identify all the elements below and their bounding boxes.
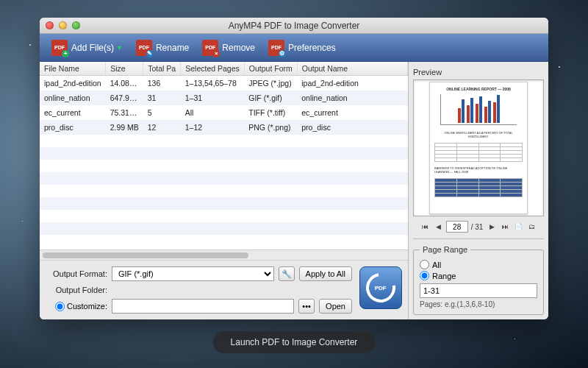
table-row bbox=[40, 172, 408, 185]
titlebar: AnyMP4 PDF to Image Converter bbox=[40, 18, 548, 34]
right-pane: Preview ONLINE LEARNING REPORT — 2008 ON… bbox=[409, 62, 548, 319]
output-format-label: Output Format: bbox=[46, 269, 107, 278]
snapshot-button[interactable]: 📄 bbox=[512, 221, 524, 233]
file-table[interactable]: File Name Size Total Pa Selected Pages O… bbox=[40, 62, 408, 250]
preview-page: ONLINE LEARNING REPORT — 2008 ONLINE ENR… bbox=[429, 82, 528, 214]
range-all-radio[interactable] bbox=[420, 260, 429, 269]
col-size[interactable]: Size bbox=[106, 62, 143, 76]
table-row[interactable]: ec_current75.31…5AllTIFF (*.tiff)ec_curr… bbox=[40, 105, 408, 120]
table-row bbox=[40, 147, 408, 160]
page-range-group: Page Range All Range Pages: e.g.(1,3,6,8… bbox=[413, 245, 544, 315]
window-close-button[interactable] bbox=[46, 21, 54, 29]
launch-button[interactable]: Launch PDF to Image Converter bbox=[213, 331, 376, 353]
customize-radio[interactable] bbox=[55, 302, 65, 311]
snapshot-folder-button[interactable]: 🗂 bbox=[526, 221, 537, 233]
output-format-select[interactable]: GIF (*.gif) bbox=[112, 266, 274, 281]
pager: ⏮ ◀ / 31 ▶ ⏭ 📄 🗂 bbox=[413, 221, 544, 233]
browse-folder-button[interactable]: ••• bbox=[298, 299, 315, 314]
table-row bbox=[40, 222, 408, 235]
table-row bbox=[40, 135, 408, 147]
convert-button[interactable]: PDF bbox=[359, 266, 402, 309]
preferences-button[interactable]: ⚙ Preferences bbox=[262, 37, 342, 59]
pdf-add-icon: + bbox=[51, 40, 68, 56]
output-folder-label: Output Folder: bbox=[46, 286, 107, 294]
add-file-button[interactable]: + Add File(s) ▼ bbox=[46, 37, 129, 59]
toolbar: + Add File(s) ▼ ✎ Rename × Remove ⚙ Pref… bbox=[40, 34, 548, 62]
table-row bbox=[40, 185, 408, 197]
pdf-remove-icon: × bbox=[202, 40, 218, 56]
window-title: AnyMP4 PDF to Image Converter bbox=[40, 21, 548, 31]
window-minimize-button[interactable] bbox=[59, 21, 67, 29]
range-range-label: Range bbox=[432, 272, 456, 280]
format-settings-button[interactable]: 🔧 bbox=[279, 266, 295, 281]
page-last-button[interactable]: ⏭ bbox=[499, 221, 511, 233]
add-file-label: Add File(s) bbox=[71, 43, 114, 53]
range-all-label: All bbox=[432, 261, 441, 269]
range-hint: Pages: e.g.(1,3,6,8-10) bbox=[420, 300, 537, 308]
apply-to-all-button[interactable]: Apply to All bbox=[299, 266, 352, 281]
output-panel: Output Format: GIF (*.gif) 🔧 Apply to Al… bbox=[40, 260, 408, 319]
preview-label: Preview bbox=[413, 68, 544, 77]
preview-box: ONLINE LEARNING REPORT — 2008 ONLINE ENR… bbox=[413, 79, 544, 216]
window-zoom-button[interactable] bbox=[72, 21, 80, 29]
app-window: AnyMP4 PDF to Image Converter + Add File… bbox=[40, 18, 548, 319]
pdf-rename-icon: ✎ bbox=[136, 40, 152, 56]
col-outname[interactable]: Output Name bbox=[297, 62, 407, 76]
page-first-button[interactable]: ⏮ bbox=[420, 221, 431, 233]
output-folder-input[interactable] bbox=[112, 299, 294, 314]
col-selected[interactable]: Selected Pages bbox=[181, 62, 245, 76]
table-row bbox=[40, 210, 408, 222]
open-folder-button[interactable]: Open bbox=[319, 299, 352, 314]
remove-button[interactable]: × Remove bbox=[196, 37, 261, 59]
page-range-legend: Page Range bbox=[420, 245, 470, 254]
pdf-prefs-icon: ⚙ bbox=[268, 40, 284, 56]
horizontal-scrollbar[interactable] bbox=[40, 250, 408, 260]
page-current-input[interactable] bbox=[446, 221, 468, 233]
page-total: / 31 bbox=[471, 223, 484, 231]
left-pane: File Name Size Total Pa Selected Pages O… bbox=[40, 62, 409, 319]
prefs-label: Preferences bbox=[288, 43, 336, 53]
page-prev-button[interactable]: ◀ bbox=[433, 221, 445, 233]
customize-label: Customize: bbox=[67, 302, 107, 311]
col-outfmt[interactable]: Output Form bbox=[244, 62, 297, 76]
col-filename[interactable]: File Name bbox=[40, 62, 106, 76]
rename-button[interactable]: ✎ Rename bbox=[130, 37, 195, 59]
table-row bbox=[40, 160, 408, 172]
page-next-button[interactable]: ▶ bbox=[486, 221, 498, 233]
table-row[interactable]: ipad_2nd-edition14.08…1361–13,54,65–78JP… bbox=[40, 76, 408, 91]
convert-icon: PDF bbox=[360, 267, 401, 308]
remove-label: Remove bbox=[222, 43, 255, 53]
table-row[interactable]: online_nation647.9…311–31GIF (*.gif)onli… bbox=[40, 91, 408, 105]
table-row[interactable]: pro_disc2.99 MB121–12PNG (*.png)pro_disc bbox=[40, 120, 408, 135]
table-row bbox=[40, 197, 408, 210]
dropdown-arrow-icon: ▼ bbox=[116, 44, 123, 52]
col-total[interactable]: Total Pa bbox=[143, 62, 181, 76]
wrench-icon: 🔧 bbox=[282, 269, 292, 279]
range-range-radio[interactable] bbox=[420, 271, 429, 280]
rename-label: Rename bbox=[156, 43, 189, 53]
range-input[interactable] bbox=[420, 283, 537, 298]
